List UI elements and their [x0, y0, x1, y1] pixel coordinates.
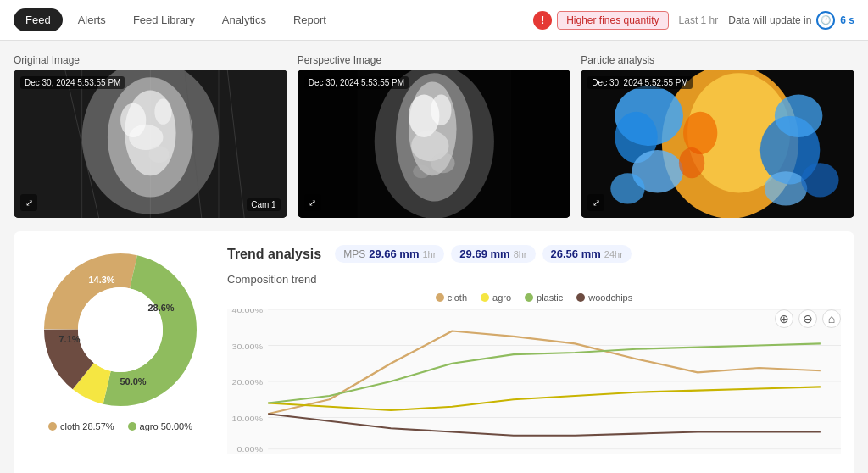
svg-point-21 — [431, 153, 454, 173]
chart-legend: cloth agro plastic woodchips — [227, 292, 841, 303]
particle-image-frame: Dec 30, 2024 5:52:55 PM — [581, 70, 854, 218]
chart-legend-cloth-label: cloth — [448, 292, 467, 303]
zoom-out-button[interactable]: ⊖ — [798, 309, 817, 328]
particle-image-label: Particle analysis — [581, 54, 854, 66]
mps-chips: MPS 29.66 mm 1hr 29.69 mm 8hr 26.56 mm 2… — [335, 245, 632, 263]
donut-svg: 28.6% 50.0% 7.1% 14.3% — [36, 245, 205, 415]
mps-chip-8hr: 29.69 mm 8hr — [451, 245, 535, 263]
images-row: Original Image Dec 30, 2024 5:53:55 PM — [14, 54, 854, 218]
clock-icon: 🕐 — [816, 11, 835, 30]
svg-point-35 — [679, 147, 704, 178]
svg-point-36 — [611, 173, 645, 203]
expand-icon-particle[interactable]: ⤢ — [587, 194, 604, 211]
legend-cloth: cloth 28.57% — [48, 421, 114, 431]
svg-point-33 — [765, 171, 807, 205]
donut-section: 28.6% 50.0% 7.1% 14.3% cloth 28.57% agro… — [27, 245, 214, 473]
legend-plastic-chart: plastic — [525, 292, 563, 303]
legend-agro-label: agro 50.00% — [140, 421, 192, 431]
svg-text:30.00%: 30.00% — [231, 342, 263, 350]
chart-area: ⊕ ⊖ ⌂ 40.00% 30.00% 20.00% — [227, 309, 841, 473]
svg-rect-24 — [511, 70, 571, 218]
expand-icon-original[interactable]: ⤢ — [20, 194, 37, 211]
perspective-timestamp: Dec 30, 2024 5:53:55 PM — [304, 76, 409, 89]
svg-text:28.6%: 28.6% — [147, 303, 174, 313]
original-image-frame: Dec 30, 2024 5:53:55 PM — [14, 70, 287, 218]
main-content: Original Image Dec 30, 2024 5:53:55 PM — [0, 41, 868, 473]
svg-text:20.00%: 20.00% — [231, 378, 263, 387]
tab-feed[interactable]: Feed — [14, 8, 63, 31]
tab-report[interactable]: Report — [281, 8, 338, 31]
svg-point-19 — [431, 95, 451, 125]
svg-text:50.0%: 50.0% — [120, 376, 146, 387]
perspective-image-svg — [298, 70, 571, 218]
mps-value-8hr: 29.69 mm — [459, 248, 509, 260]
alert-icon: ! — [533, 11, 552, 30]
tab-alerts[interactable]: Alerts — [66, 8, 118, 31]
update-seconds: 6 s — [840, 14, 854, 26]
original-timestamp: Dec 30, 2024 5:53:55 PM — [20, 76, 125, 89]
bottom-row: 28.6% 50.0% 7.1% 14.3% cloth 28.57% agro… — [14, 231, 854, 473]
nav-tabs: Feed Alerts Feed Library Analytics Repor… — [14, 8, 533, 31]
chart-controls: ⊕ ⊖ ⌂ — [775, 309, 841, 328]
mps-label-1hr: MPS — [343, 248, 365, 260]
particle-image-panel: Particle analysis Dec 30, 2024 5:52:55 P… — [581, 54, 854, 218]
perspective-image-panel: Perspective Image Dec 30, 2024 5:53:55 P… — [298, 54, 571, 218]
donut-legend: cloth 28.57% agro 50.00% — [27, 421, 214, 431]
trend-section: Trend analysis MPS 29.66 mm 1hr 29.69 mm… — [227, 245, 841, 473]
composition-title: Composition trend — [227, 273, 841, 286]
trend-title: Trend analysis — [227, 247, 321, 262]
svg-point-32 — [775, 95, 822, 137]
original-image-svg — [14, 70, 287, 218]
alert-text: Higher fines quantity — [557, 11, 668, 30]
mps-value-1hr: 29.66 mm — [369, 248, 419, 260]
chart-legend-woodchips-dot — [576, 293, 585, 302]
perspective-image-frame: Dec 30, 2024 5:53:55 PM ⤢ — [298, 70, 571, 218]
last-hr-label: Last 1 hr — [679, 14, 719, 26]
legend-cloth-chart: cloth — [436, 292, 467, 303]
svg-point-34 — [683, 112, 717, 154]
chart-legend-agro-dot — [481, 293, 489, 302]
perspective-image-label: Perspective Image — [298, 54, 571, 66]
mps-chip-1hr: MPS 29.66 mm 1hr — [335, 245, 444, 263]
composition-chart-svg: 40.00% 30.00% 20.00% 10.00% 0.00% — [227, 309, 841, 454]
chart-legend-cloth-dot — [436, 293, 444, 302]
svg-text:0.00%: 0.00% — [236, 444, 263, 453]
legend-woodchips-chart: woodchips — [576, 292, 632, 303]
tab-analytics[interactable]: Analytics — [210, 8, 278, 31]
mps-period-8hr: 8hr — [514, 249, 527, 259]
mps-period-1hr: 1hr — [422, 249, 436, 259]
svg-point-37 — [801, 163, 838, 197]
mps-value-24hr: 26.56 mm — [551, 248, 601, 260]
header-right: ! Higher fines quantity Last 1 hr Data w… — [533, 11, 854, 30]
header: Feed Alerts Feed Library Analytics Repor… — [0, 0, 868, 41]
cam-badge: Cam 1 — [247, 198, 280, 211]
svg-point-11 — [154, 99, 171, 125]
data-update-label: Data will update in — [728, 14, 811, 26]
zoom-in-button[interactable]: ⊕ — [775, 309, 793, 328]
expand-icon-perspective[interactable]: ⤢ — [304, 194, 321, 211]
alert-badge: ! Higher fines quantity — [533, 11, 668, 30]
trend-header: Trend analysis MPS 29.66 mm 1hr 29.69 mm… — [227, 245, 841, 263]
original-image-label: Original Image — [14, 54, 287, 66]
legend-agro-dot — [128, 422, 136, 431]
mps-period-24hr: 24hr — [604, 249, 623, 259]
home-button[interactable]: ⌂ — [822, 309, 841, 328]
svg-text:7.1%: 7.1% — [58, 334, 80, 344]
chart-legend-agro-label: agro — [492, 292, 511, 303]
original-image-panel: Original Image Dec 30, 2024 5:53:55 PM — [14, 54, 287, 218]
legend-cloth-dot — [48, 422, 57, 431]
mps-chip-24hr: 26.56 mm 24hr — [542, 245, 632, 263]
particle-timestamp: Dec 30, 2024 5:52:55 PM — [587, 76, 692, 89]
legend-agro: agro 50.00% — [128, 421, 192, 431]
svg-point-13 — [148, 146, 169, 163]
chart-legend-plastic-dot — [525, 293, 533, 302]
update-info: Data will update in 🕐 6 s — [728, 11, 854, 30]
particle-image-svg — [581, 70, 854, 218]
tab-feed-library[interactable]: Feed Library — [121, 8, 207, 31]
svg-point-42 — [78, 287, 163, 372]
chart-legend-plastic-label: plastic — [537, 292, 563, 303]
legend-cloth-label: cloth 28.57% — [60, 421, 114, 431]
svg-text:14.3%: 14.3% — [88, 275, 114, 285]
svg-text:40.00%: 40.00% — [231, 309, 263, 314]
svg-text:10.00%: 10.00% — [231, 414, 263, 422]
